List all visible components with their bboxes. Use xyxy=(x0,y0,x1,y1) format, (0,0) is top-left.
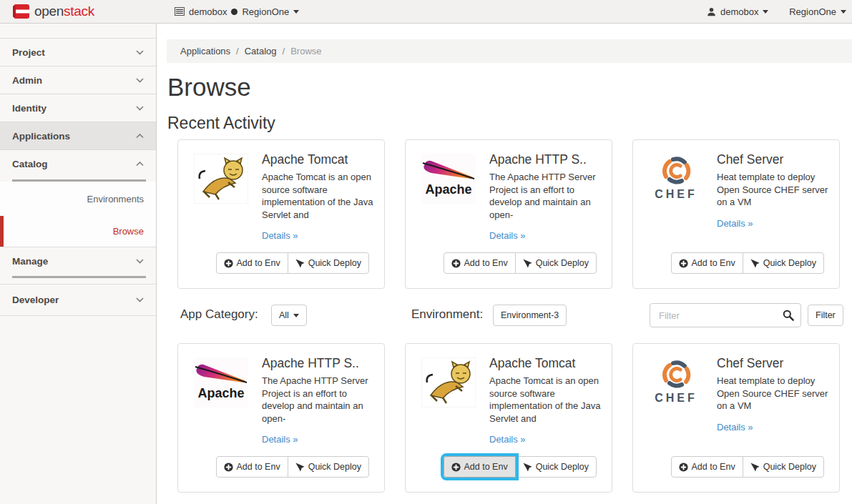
region-name-label: RegionOne xyxy=(789,6,836,17)
sidebar-item-label: Catalog xyxy=(12,159,48,169)
app-card-chef-server-2: CHEF Chef Server Heat template to deploy… xyxy=(632,343,840,493)
chef-logo-icon: CHEF xyxy=(648,357,704,407)
chevron-down-icon xyxy=(136,297,144,302)
breadcrumb-separator: / xyxy=(236,46,239,56)
region-menu[interactable]: RegionOne xyxy=(789,0,846,23)
sidebar-item-browse[interactable]: Browse xyxy=(0,216,156,247)
sidebar-item-label: Applications xyxy=(12,131,70,142)
details-link[interactable]: Details » xyxy=(262,230,298,241)
breadcrumb-applications[interactable]: Applications xyxy=(180,46,230,56)
card-description: The Apache HTTP Server Project is an eff… xyxy=(489,171,604,221)
region-dot-icon xyxy=(231,9,238,15)
rocket-icon xyxy=(750,259,760,268)
context-region-label: RegionOne xyxy=(242,6,289,17)
breadcrumb-catalog[interactable]: Catalog xyxy=(245,46,277,56)
button-label: Add to Env xyxy=(237,258,280,268)
sidebar-item-label: Admin xyxy=(12,75,42,86)
quick-deploy-button[interactable]: Quick Deploy xyxy=(743,456,824,478)
add-to-env-button[interactable]: Add to Env xyxy=(671,252,743,274)
card-description: The Apache HTTP Server Project is an eff… xyxy=(262,375,376,425)
chevron-down-icon xyxy=(136,259,144,264)
app-category-dropdown[interactable]: All xyxy=(271,305,307,326)
add-to-env-button[interactable]: Add to Env xyxy=(216,456,288,478)
details-link[interactable]: Details » xyxy=(489,434,526,445)
caret-down-icon xyxy=(841,10,846,14)
chevron-down-icon xyxy=(136,50,144,55)
button-label: Quick Deploy xyxy=(308,258,361,268)
rocket-icon xyxy=(750,463,760,472)
sidebar-item-identity[interactable]: Identity xyxy=(0,94,156,122)
openstack-logo[interactable]: openstack xyxy=(13,0,94,23)
button-label: Add to Env xyxy=(237,462,280,472)
environment-button[interactable]: Environment-3 xyxy=(493,305,567,326)
rocket-icon xyxy=(523,463,532,472)
button-label: Add to Env xyxy=(692,462,735,472)
chevron-up-icon xyxy=(136,162,144,167)
quick-deploy-button[interactable]: Quick Deploy xyxy=(743,252,824,274)
card-description: Apache Tomcat is an open source software… xyxy=(489,375,604,425)
quick-deploy-button[interactable]: Quick Deploy xyxy=(515,456,597,478)
project-region-switcher[interactable]: demobox RegionOne xyxy=(175,0,299,23)
sidebar-item-label: Manage xyxy=(12,256,48,267)
sidebar-spacer xyxy=(0,24,156,39)
card-description: Apache Tomcat is an open source software… xyxy=(262,171,376,221)
add-to-env-button-highlighted[interactable]: Add to Env xyxy=(444,456,516,478)
details-link[interactable]: Details » xyxy=(717,422,753,433)
plus-circle-icon xyxy=(679,463,688,472)
sidebar-item-label: Identity xyxy=(12,103,46,114)
user-icon xyxy=(707,7,716,16)
sidebar-item-project[interactable]: Project xyxy=(0,39,156,66)
card-title: Apache Tomcat xyxy=(262,152,376,167)
chevron-down-icon xyxy=(136,78,144,83)
card-description: Heat template to deploy Open Source CHEF… xyxy=(717,171,831,209)
rocket-icon xyxy=(523,259,532,268)
button-label: Quick Deploy xyxy=(536,462,589,472)
sidebar-item-catalog[interactable]: Catalog xyxy=(0,150,156,178)
sidebar-item-manage[interactable]: Manage xyxy=(0,247,156,275)
add-to-env-button[interactable]: Add to Env xyxy=(216,252,288,274)
sidebar-item-developer[interactable]: Developer xyxy=(0,285,156,316)
plus-circle-icon xyxy=(224,463,233,472)
button-label: Quick Deploy xyxy=(536,258,589,268)
quick-deploy-button[interactable]: Quick Deploy xyxy=(515,252,597,274)
card-title: Apache Tomcat xyxy=(489,356,604,371)
card-title: Chef Server xyxy=(717,152,831,167)
page-title: Browse xyxy=(167,73,251,102)
add-to-env-button[interactable]: Add to Env xyxy=(671,456,743,478)
sidebar-item-environments[interactable]: Environments xyxy=(0,182,156,216)
caret-down-icon xyxy=(293,10,299,14)
svg-text:Apache: Apache xyxy=(425,182,471,197)
filter-input[interactable] xyxy=(650,303,801,327)
svg-text:CHEF: CHEF xyxy=(655,188,697,200)
app-card-apache-tomcat-2: Apache Tomcat Apache Tomcat is an open s… xyxy=(405,343,612,493)
details-link[interactable]: Details » xyxy=(262,434,298,445)
list-icon xyxy=(175,7,185,16)
user-menu[interactable]: demobox xyxy=(707,0,768,23)
chevron-down-icon xyxy=(136,106,144,111)
rocket-icon xyxy=(295,463,305,472)
details-link[interactable]: Details » xyxy=(489,230,526,241)
sidebar-item-applications[interactable]: Applications xyxy=(0,122,156,150)
svg-text:Apache: Apache xyxy=(197,386,244,400)
sidebar-item-admin[interactable]: Admin xyxy=(0,66,156,94)
caret-down-icon xyxy=(763,10,768,14)
sidebar-item-label: Browse xyxy=(113,226,144,237)
filter-button[interactable]: Filter xyxy=(808,305,843,326)
sidebar-item-label: Developer xyxy=(12,295,59,305)
details-link[interactable]: Details » xyxy=(717,218,753,229)
button-label: Quick Deploy xyxy=(763,258,816,268)
search-icon[interactable] xyxy=(783,310,794,321)
quick-deploy-button[interactable]: Quick Deploy xyxy=(288,456,369,478)
apache-logo-icon: Apache xyxy=(421,154,476,204)
app-card-apache-tomcat: Apache Tomcat Apache Tomcat is an open s… xyxy=(177,139,385,289)
filter-button-label: Filter xyxy=(816,310,836,320)
openstack-cube-icon xyxy=(13,4,30,19)
svg-text:CHEF: CHEF xyxy=(655,392,697,404)
add-to-env-button[interactable]: Add to Env xyxy=(444,252,516,274)
card-title: Chef Server xyxy=(717,356,831,371)
tomcat-logo-icon xyxy=(193,154,249,204)
breadcrumb: Applications / Catalog / Browse xyxy=(167,39,852,63)
quick-deploy-button[interactable]: Quick Deploy xyxy=(288,252,369,274)
chevron-up-icon xyxy=(136,134,144,139)
rocket-icon xyxy=(295,259,305,268)
